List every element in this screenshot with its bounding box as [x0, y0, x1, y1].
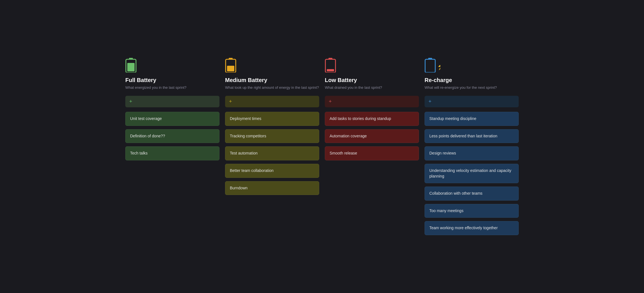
card-recharge-2[interactable]: Design reviews	[425, 146, 519, 160]
column-title-medium: Medium Battery	[225, 77, 267, 83]
card-medium-2[interactable]: Test automation	[225, 146, 319, 160]
column-header-low: Low BatteryWhat drained you in the last …	[325, 58, 419, 90]
card-recharge-0[interactable]: Standup meeting discipline	[425, 112, 519, 126]
column-subtitle-recharge: What will re-energize you for the next s…	[425, 85, 497, 90]
add-card-btn-recharge[interactable]: +	[425, 96, 519, 107]
column-subtitle-medium: What took up the right amount of energy …	[225, 85, 319, 90]
battery-icon-recharge: ⚡	[425, 58, 438, 74]
retro-board: Full BatteryWhat energized you in the la…	[125, 58, 519, 235]
column-title-recharge: Re-charge	[425, 77, 452, 83]
column-subtitle-low: What drained you in the last sprint?	[325, 85, 382, 90]
battery-icon-low	[325, 58, 338, 74]
card-medium-0[interactable]: Deployment times	[225, 112, 319, 126]
card-medium-1[interactable]: Tracking competitors	[225, 129, 319, 143]
add-card-btn-full[interactable]: +	[125, 96, 219, 107]
card-medium-4[interactable]: Burndown	[225, 181, 319, 195]
svg-rect-5	[227, 66, 234, 71]
column-title-low: Low Battery	[325, 77, 357, 83]
column-header-recharge: ⚡ Re-chargeWhat will re-energize you for…	[425, 58, 519, 90]
svg-rect-10	[425, 59, 435, 72]
card-recharge-5[interactable]: Too many meetings	[425, 204, 519, 218]
column-low: Low BatteryWhat drained you in the last …	[325, 58, 419, 235]
card-low-0[interactable]: Add tasks to stories during standup	[325, 112, 419, 126]
column-recharge: ⚡ Re-chargeWhat will re-energize you for…	[425, 58, 519, 235]
column-subtitle-full: What energized you in the last sprint?	[125, 85, 187, 90]
card-medium-3[interactable]: Better team collaboration	[225, 164, 319, 178]
column-header-full: Full BatteryWhat energized you in the la…	[125, 58, 219, 90]
card-full-1[interactable]: Definition of done??	[125, 129, 219, 143]
svg-rect-2	[127, 63, 135, 71]
column-full: Full BatteryWhat energized you in the la…	[125, 58, 219, 235]
card-recharge-3[interactable]: Understanding velocity estimation and ca…	[425, 164, 519, 183]
column-medium: Medium BatteryWhat took up the right amo…	[225, 58, 319, 235]
battery-icon-medium	[225, 58, 239, 74]
svg-rect-8	[327, 69, 334, 71]
card-recharge-1[interactable]: Less points delivered than last iteratio…	[425, 129, 519, 143]
column-header-medium: Medium BatteryWhat took up the right amo…	[225, 58, 319, 90]
card-full-0[interactable]: Unit test coverage	[125, 112, 219, 126]
card-low-1[interactable]: Automation coverage	[325, 129, 419, 143]
card-recharge-6[interactable]: Team working more effectively together	[425, 221, 519, 235]
add-card-btn-low[interactable]: +	[325, 96, 419, 107]
card-full-2[interactable]: Tech talks	[125, 146, 219, 160]
column-title-full: Full Battery	[125, 77, 156, 83]
card-recharge-4[interactable]: Collaboration with other teams	[425, 187, 519, 201]
card-low-2[interactable]: Smooth release	[325, 146, 419, 160]
svg-text:⚡: ⚡	[437, 62, 440, 70]
battery-icon-full	[125, 58, 139, 74]
add-card-btn-medium[interactable]: +	[225, 96, 319, 107]
